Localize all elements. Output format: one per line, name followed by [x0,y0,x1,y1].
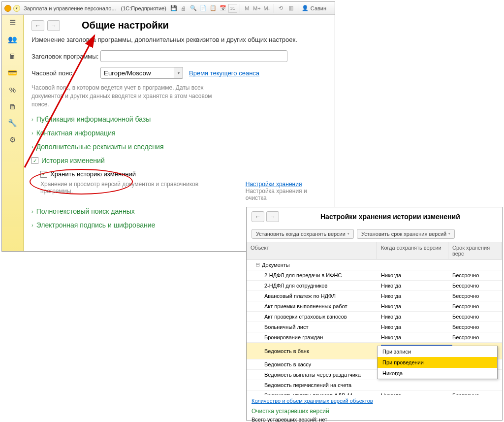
tz-input[interactable] [100,67,174,79]
w2-footer: Количество и объем хранимых версий объек… [247,395,502,422]
mplus-button[interactable]: M+ [252,4,261,13]
outdated-count: Всего устаревших версий: нет [252,417,497,422]
calendar-icon[interactable]: 📅 [219,4,227,13]
gear-icon[interactable]: ⚙ [8,135,18,145]
collapse-icon[interactable]: ⊟ [255,261,260,268]
table-row[interactable]: Ведомость перечислений на счета [247,380,502,390]
set-when-button[interactable]: Установить когда сохранять версии▾ [252,229,354,239]
tz-field-label: Часовой пояс: [32,69,100,77]
dd-option-onpost[interactable]: При проведении [378,357,497,368]
col-duration[interactable]: Срок хранения верс [448,242,502,259]
tz-session-link[interactable]: Время текущего сеанса [189,69,259,77]
table-row[interactable]: Ведомость уплаты взносов АДВ-11НикогдаБе… [247,390,502,395]
card-icon[interactable]: 💳 [8,68,18,78]
sidebar: ☰ 👥 🖩 💳 % 🗎 🔧 ⚙ [2,15,24,251]
storage-settings-link[interactable]: Настройки хранения [246,181,302,188]
logo-1c-icon [4,4,12,12]
calendar31-icon[interactable]: 31 [228,4,237,13]
grid-body: ⊟Документы 2-НДФЛ для передачи в ИФНСНик… [247,260,502,395]
user-icon: 👤 [301,4,310,13]
section-history[interactable]: ✓ История изменений [32,157,327,164]
dropdown-icon[interactable]: ▾ [13,4,21,12]
menu-icon[interactable]: ☰ [8,18,18,28]
col-object[interactable]: Объект [247,242,377,259]
user-label: Савин [311,5,326,11]
page-title: Общие настройки [82,20,169,31]
keep-history-label: Хранить историю изменений [50,170,136,178]
history-hint: Хранение и просмотр версий документов и … [40,181,226,201]
storage-settings-hint: Настройка хранения и очистка [246,188,307,201]
versions-count-link[interactable]: Количество и объем хранимых версий объек… [252,398,373,404]
w2-nav-back[interactable]: ← [252,211,264,222]
titlebar: ▾ Зарплата и управление персонало... (1С… [2,2,335,15]
page-description: Изменение заголовка программы, дополните… [32,36,327,43]
people-icon[interactable]: 👥 [8,34,18,44]
platform-label: (1С:Предприятие) [121,5,166,11]
section-publication[interactable]: ›Публикация информационной базы [32,115,327,123]
set-duration-button[interactable]: Установить срок хранения версий▾ [357,229,455,239]
storage-window: ← → Настройки хранения истории изменений… [246,207,503,421]
col-when[interactable]: Когда сохранять версии [377,242,448,259]
keep-history-checkbox[interactable]: ✓ [40,171,47,178]
title-input[interactable] [100,50,287,62]
grid-header: Объект Когда сохранять версии Срок хране… [247,242,502,260]
title-field-label: Заголовок программы: [32,53,100,60]
w2-title: Настройки хранения истории изменений [320,213,460,221]
nav-fwd-button[interactable]: → [47,20,60,31]
mminus-button[interactable]: M- [262,4,271,13]
history-section-checkbox[interactable]: ✓ [32,157,38,164]
tz-hint: Часовой пояс, в котором ведется учет в п… [32,84,214,108]
back-nav-icon[interactable]: ⟲ [277,4,285,13]
table-row[interactable]: Акт приемки выполненных работНикогдаБесс… [247,301,502,312]
app-title: Зарплата и управление персонало... [24,5,116,11]
wrench-icon[interactable]: 🔧 [8,118,18,128]
dd-option-onwrite[interactable]: При записи [378,346,497,357]
table-row[interactable]: 2-НДФЛ для сотрудниковНикогдаБессрочно [247,281,502,291]
nav-back-button[interactable]: ← [32,20,44,31]
panels-icon[interactable]: ▥ [286,4,295,13]
percent-icon[interactable]: % [8,85,18,95]
dd-option-never[interactable]: Никогда [378,368,497,379]
compare-icon[interactable]: 📄 [199,4,208,13]
section-attrs[interactable]: ›Дополнительные реквизиты и сведения [32,143,327,151]
calc-icon[interactable]: 🖩 [8,51,18,61]
preview-icon[interactable]: 🔍 [189,4,198,13]
table-row[interactable]: Авансовый платеж по НДФЛНикогдаБессрочно [247,291,502,301]
copy-icon[interactable]: 📋 [209,4,218,13]
tz-dropdown-button[interactable]: ▾ [174,67,183,79]
group-row[interactable]: ⊟Документы [247,260,502,270]
table-row[interactable]: Бронирование гражданНикогдаБессрочно [247,332,502,343]
print-icon[interactable]: 🖨 [179,4,188,13]
cleanup-title: Очистка устаревших версий [252,408,497,415]
save-icon[interactable]: 💾 [169,4,178,13]
table-row[interactable]: Акт проверки страховых взносовНикогдаБес… [247,312,502,322]
table-row[interactable]: 2-НДФЛ для передачи в ИФНСНикогдаБессроч… [247,270,502,281]
when-dropdown: При записи При проведении Никогда [377,346,498,379]
m-button[interactable]: M [243,4,252,13]
section-contact[interactable]: ›Контактная информация [32,129,327,137]
table-row[interactable]: Больничный листНикогдаБессрочно [247,322,502,332]
w2-nav-fwd[interactable]: → [266,211,279,222]
doc-icon[interactable]: 🗎 [8,101,18,111]
